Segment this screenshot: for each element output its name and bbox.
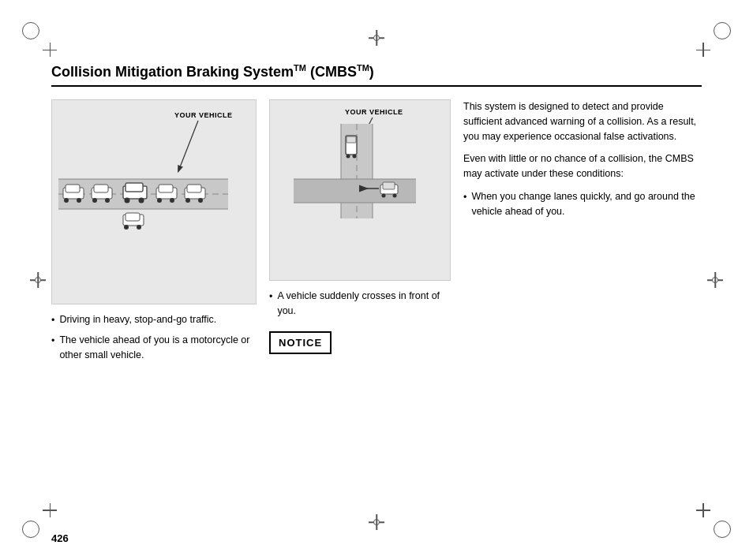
left-bullets: • Driving in heavy, stop-and-go traffic.… — [51, 312, 257, 367]
crosshair-top — [369, 30, 384, 46]
svg-point-17 — [139, 198, 144, 203]
title-abbr: (CMBS — [310, 64, 357, 80]
svg-point-45 — [382, 194, 386, 198]
corner-mark-tl — [22, 22, 44, 44]
crosshair-bottom — [369, 514, 384, 530]
svg-point-16 — [125, 198, 130, 203]
corner-mark-br — [709, 516, 731, 538]
middle-bullets: • A vehicle suddenly crosses in front of… — [269, 289, 451, 354]
page-content: Collision Mitigation Braking SystemTM (C… — [51, 63, 702, 505]
middle-bullet-1: • A vehicle suddenly crosses in front of… — [269, 289, 451, 319]
title-sup1: TM — [294, 63, 306, 73]
middle-bullet-dot-1: • — [269, 289, 272, 319]
svg-line-1 — [178, 121, 198, 171]
svg-rect-37 — [347, 136, 356, 143]
left-bullet-text-1: Driving in heavy, stop-and-go traffic. — [59, 312, 216, 328]
notice-box: NOTICE — [269, 331, 332, 355]
right-bullet-dot-1: • — [463, 190, 466, 219]
main-layout: YOUR VEHICLE — [51, 99, 702, 367]
svg-text:YOUR VEHICLE: YOUR VEHICLE — [345, 108, 403, 116]
middle-image-box: YOUR VEHICLE — [269, 99, 451, 281]
left-bullet-2: • The vehicle ahead of you is a motorcyc… — [51, 333, 257, 363]
svg-point-39 — [353, 155, 357, 159]
svg-rect-7 — [66, 185, 80, 192]
title-sup2: TM — [357, 63, 369, 73]
title-section: Collision Mitigation Braking SystemTM (C… — [51, 63, 702, 87]
left-bullet-1: • Driving in heavy, stop-and-go traffic. — [51, 312, 257, 328]
svg-point-29 — [137, 225, 141, 230]
bullet-dot-1: • — [51, 313, 54, 328]
svg-rect-44 — [383, 182, 395, 189]
middle-bullet-text-1: A vehicle suddenly crosses in front of y… — [277, 289, 451, 319]
middle-diagram-svg: YOUR VEHICLE — [270, 100, 440, 242]
svg-point-12 — [92, 198, 97, 203]
svg-point-9 — [77, 198, 81, 203]
right-bullet-1: • When you change lanes quickly, and go … — [463, 189, 702, 219]
right-text-column: This system is designed to detect and pr… — [463, 99, 702, 223]
svg-point-28 — [124, 225, 129, 230]
page-number-text: 426 — [51, 532, 69, 544]
right-para2: Even with little or no chance of a colli… — [463, 151, 702, 181]
right-bullet-text-1: When you change lanes quickly, and go ar… — [471, 189, 702, 219]
svg-rect-23 — [187, 185, 201, 192]
left-bullet-text-2: The vehicle ahead of you is a motorcycle… — [59, 333, 257, 363]
svg-point-8 — [64, 198, 69, 203]
left-column: YOUR VEHICLE — [51, 99, 257, 367]
right-para1: This system is designed to detect and pr… — [463, 99, 702, 144]
left-diagram-svg: YOUR VEHICLE — [52, 100, 234, 242]
svg-text:YOUR VEHICLE: YOUR VEHICLE — [174, 111, 233, 119]
title-text: Collision Mitigation Braking System — [51, 64, 294, 80]
left-image-box: YOUR VEHICLE — [51, 99, 257, 304]
svg-point-24 — [185, 198, 190, 203]
svg-point-25 — [198, 198, 203, 203]
svg-rect-11 — [94, 185, 108, 192]
svg-rect-27 — [126, 213, 140, 221]
bullet-dot-2: • — [51, 334, 54, 363]
svg-rect-15 — [126, 183, 143, 192]
svg-rect-19 — [159, 185, 173, 192]
page-title: Collision Mitigation Braking SystemTM (C… — [51, 64, 374, 80]
notice-label: NOTICE — [279, 337, 322, 349]
svg-point-46 — [393, 194, 397, 198]
svg-point-21 — [170, 198, 174, 203]
corner-mark-tr — [709, 22, 731, 44]
svg-point-38 — [347, 155, 350, 159]
middle-column: YOUR VEHICLE — [269, 99, 451, 354]
corner-mark-bl — [22, 516, 44, 538]
crosshair-right — [707, 272, 723, 288]
title-end: ) — [369, 64, 374, 80]
svg-point-13 — [105, 198, 110, 203]
page-number: 426 — [51, 532, 69, 544]
svg-point-20 — [157, 198, 162, 203]
crosshair-left — [30, 272, 46, 288]
